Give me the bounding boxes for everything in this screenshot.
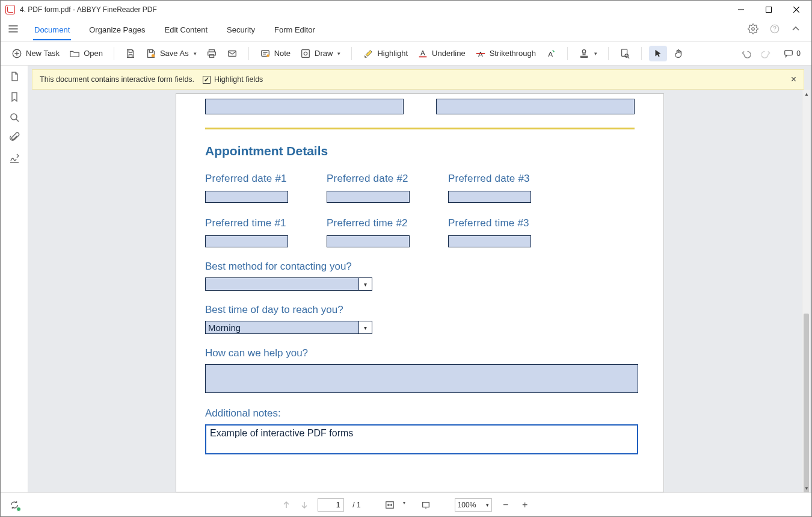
pointer-tool-button[interactable] xyxy=(649,46,667,61)
scroll-thumb[interactable] xyxy=(804,314,809,492)
separator xyxy=(248,47,249,60)
redo-button[interactable] xyxy=(758,46,776,61)
date3-field[interactable] xyxy=(448,191,531,203)
menu-formeditor[interactable]: Form Editor xyxy=(273,20,316,40)
maximize-button[interactable] xyxy=(755,1,783,19)
draw-button[interactable]: Draw ▾ xyxy=(297,46,344,61)
zoom-out-button[interactable]: − xyxy=(500,500,511,510)
comment-icon xyxy=(783,48,794,59)
contact-method-label: Best method for contacting you? xyxy=(205,261,635,273)
pages-panel-icon[interactable] xyxy=(8,70,20,82)
page-total-label: / 1 xyxy=(352,501,360,509)
redo-icon xyxy=(761,48,772,59)
save-as-label: Save As xyxy=(160,49,189,58)
save-button[interactable] xyxy=(121,46,140,61)
next-page-icon[interactable] xyxy=(300,500,309,510)
search-panel-icon[interactable] xyxy=(8,111,20,123)
svg-point-5 xyxy=(152,54,155,57)
print-button[interactable] xyxy=(203,46,221,61)
folder-icon xyxy=(69,48,80,59)
settings-gear-icon[interactable] xyxy=(748,23,758,36)
chevron-down-icon: ▾ xyxy=(594,51,597,57)
fit-width-icon[interactable] xyxy=(385,500,395,510)
fit-page-icon[interactable] xyxy=(421,500,431,510)
note-button[interactable]: Note xyxy=(256,46,294,61)
find-button[interactable] xyxy=(616,46,634,61)
close-button[interactable] xyxy=(783,1,810,19)
menu-organize[interactable]: Organize Pages xyxy=(88,20,146,40)
contact-method-select[interactable]: ▾ xyxy=(205,277,372,291)
svg-rect-12 xyxy=(302,49,310,57)
svg-text:A: A xyxy=(548,49,553,57)
time1-field[interactable] xyxy=(205,235,288,247)
window-title: 4. PDF form.pdf - ABBYY FineReader PDF xyxy=(20,5,157,14)
text-style-button[interactable]: A xyxy=(542,46,560,61)
vertical-scrollbar[interactable]: ▲ ▼ xyxy=(802,90,810,492)
app-icon xyxy=(5,5,15,14)
scroll-up-icon[interactable]: ▲ xyxy=(802,90,811,98)
additional-notes-field[interactable]: Example of interactive PDF forms xyxy=(205,424,638,454)
date2-field[interactable] xyxy=(327,191,410,203)
highlight-button[interactable]: Highlight xyxy=(359,46,411,61)
time2-field[interactable] xyxy=(327,235,410,247)
sync-status-icon[interactable] xyxy=(9,500,20,510)
note-label: Note xyxy=(274,49,291,58)
additional-notes-value: Example of interactive PDF forms xyxy=(210,428,353,438)
prev-page-icon[interactable] xyxy=(281,500,291,510)
svg-rect-0 xyxy=(766,7,772,13)
highlight-fields-checkbox[interactable]: ✓ Highlight fields xyxy=(203,75,263,84)
comment-count: 0 xyxy=(796,49,801,58)
menu-document[interactable]: Document xyxy=(33,20,71,40)
highlight-icon xyxy=(363,48,374,59)
contact-method-value xyxy=(206,278,358,290)
print-icon xyxy=(206,48,217,59)
underline-icon: A xyxy=(417,48,428,59)
save-as-button[interactable]: Save As ▾ xyxy=(142,46,200,61)
signatures-panel-icon[interactable] xyxy=(8,152,20,164)
email-field[interactable] xyxy=(436,99,635,114)
svg-rect-22 xyxy=(785,50,793,55)
minimize-button[interactable] xyxy=(727,1,755,19)
status-ok-dot xyxy=(16,507,21,512)
page-number-input[interactable] xyxy=(318,498,344,512)
best-time-select[interactable]: Morning ▾ xyxy=(205,321,372,334)
zoom-in-button[interactable]: + xyxy=(520,500,531,510)
svg-point-11 xyxy=(266,54,269,57)
time2-label: Preferred time #2 xyxy=(327,217,447,229)
help-icon[interactable] xyxy=(769,23,780,36)
collapse-chevron-icon[interactable] xyxy=(791,24,801,36)
chevron-down-icon: ▾ xyxy=(358,278,372,290)
open-button[interactable]: Open xyxy=(66,46,106,61)
banner-close-button[interactable]: × xyxy=(791,74,796,85)
undo-icon xyxy=(740,48,751,59)
hamburger-menu-icon[interactable] xyxy=(5,23,21,36)
svg-rect-9 xyxy=(228,51,236,56)
stamp-button[interactable]: ▾ xyxy=(575,46,601,61)
chevron-down-icon[interactable]: ▾ xyxy=(403,500,413,510)
svg-rect-25 xyxy=(422,502,429,507)
menu-security[interactable]: Security xyxy=(226,20,256,40)
zoom-select[interactable]: 100% ▾ xyxy=(455,498,492,512)
undo-button[interactable] xyxy=(736,46,754,61)
note-icon xyxy=(260,48,271,59)
bookmarks-panel-icon[interactable] xyxy=(8,91,20,103)
text-style-icon: A xyxy=(546,48,556,59)
attachments-panel-icon[interactable] xyxy=(8,132,20,144)
scroll-down-icon[interactable]: ▼ xyxy=(802,484,811,492)
phone-field[interactable] xyxy=(205,99,404,114)
new-task-button[interactable]: New Task xyxy=(8,46,63,61)
check-icon: ✓ xyxy=(203,76,211,84)
time3-field[interactable] xyxy=(448,235,531,247)
help-textarea[interactable] xyxy=(205,364,638,393)
underline-button[interactable]: A Underline xyxy=(414,46,469,61)
section-divider xyxy=(205,128,635,129)
hand-tool-button[interactable] xyxy=(669,46,687,61)
date1-field[interactable] xyxy=(205,191,288,203)
date1-label: Preferred date #1 xyxy=(205,173,325,185)
comments-panel-button[interactable]: 0 xyxy=(780,46,804,61)
svg-point-13 xyxy=(304,52,307,55)
menu-edit[interactable]: Edit Content xyxy=(163,20,209,40)
strikethrough-button[interactable]: A Strikethrough xyxy=(472,46,540,61)
separator xyxy=(641,47,642,60)
email-button[interactable] xyxy=(223,46,241,61)
